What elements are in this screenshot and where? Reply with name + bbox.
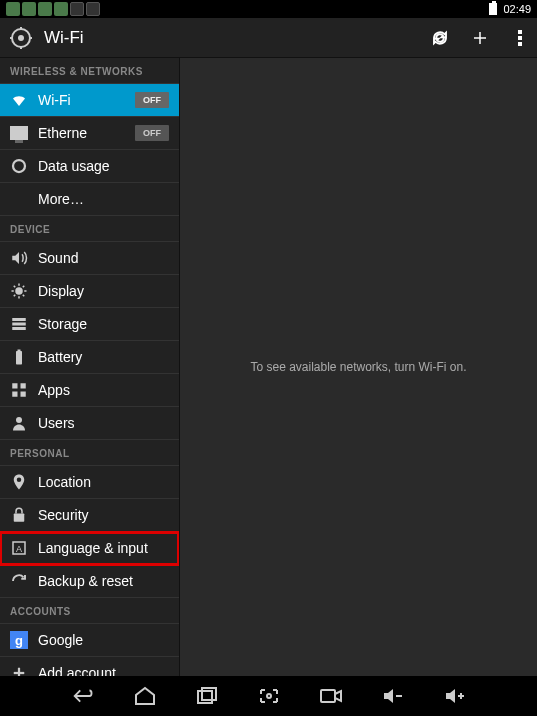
refresh-icon[interactable] — [431, 29, 449, 47]
ethernet-toggle[interactable]: OFF — [135, 125, 169, 141]
svg-rect-16 — [16, 351, 22, 365]
action-bar: Wi-Fi — [0, 18, 537, 58]
sidebar-item-label: Backup & reset — [38, 573, 169, 589]
wifi-toggle[interactable]: OFF — [135, 92, 169, 108]
sidebar-item-sound[interactable]: Sound — [0, 242, 179, 275]
svg-rect-13 — [12, 318, 26, 321]
svg-rect-20 — [12, 392, 17, 397]
notification-icon — [38, 2, 52, 16]
sidebar-item-label: Etherne — [38, 125, 129, 141]
notification-icon — [54, 2, 68, 16]
sidebar-item-label: Data usage — [38, 158, 169, 174]
notification-icon — [86, 2, 100, 16]
battery-icon — [489, 3, 497, 15]
sidebar-item-apps[interactable]: Apps — [0, 374, 179, 407]
page-title: Wi-Fi — [44, 28, 431, 48]
volume-up-button[interactable] — [443, 684, 467, 708]
svg-rect-28 — [198, 691, 212, 703]
navigation-bar — [0, 676, 537, 716]
svg-rect-31 — [321, 690, 335, 702]
svg-rect-14 — [12, 323, 26, 326]
sidebar-item-label: Display — [38, 283, 169, 299]
svg-rect-18 — [12, 383, 17, 388]
detail-pane: To see available networks, turn Wi-Fi on… — [180, 58, 537, 676]
svg-rect-15 — [12, 327, 26, 330]
sidebar-item-label: Security — [38, 507, 169, 523]
notification-icon — [6, 2, 20, 16]
section-header-personal: PERSONAL — [0, 440, 179, 466]
storage-icon — [10, 315, 28, 333]
sidebar-item-add-account[interactable]: Add account — [0, 657, 179, 676]
sidebar-item-battery[interactable]: Battery — [0, 341, 179, 374]
notification-icon — [70, 2, 84, 16]
battery-settings-icon — [10, 348, 28, 366]
volume-down-button[interactable] — [381, 684, 405, 708]
sidebar-item-wifi[interactable]: Wi-Fi OFF — [0, 84, 179, 117]
overflow-menu-icon[interactable] — [511, 29, 529, 47]
svg-rect-32 — [396, 695, 402, 697]
svg-rect-23 — [14, 514, 25, 522]
svg-rect-17 — [18, 350, 21, 352]
sidebar-item-security[interactable]: Security — [0, 499, 179, 532]
sidebar-item-label: Location — [38, 474, 169, 490]
svg-rect-34 — [460, 693, 462, 699]
sidebar-item-more[interactable]: More… — [0, 183, 179, 216]
add-icon[interactable] — [471, 29, 489, 47]
svg-rect-19 — [21, 383, 26, 388]
data-usage-icon — [10, 157, 28, 175]
users-icon — [10, 414, 28, 432]
svg-rect-21 — [21, 392, 26, 397]
svg-point-12 — [15, 287, 23, 295]
section-header-device: DEVICE — [0, 216, 179, 242]
svg-point-1 — [18, 35, 24, 41]
svg-rect-10 — [518, 42, 522, 46]
notification-icon — [22, 2, 36, 16]
sidebar-item-storage[interactable]: Storage — [0, 308, 179, 341]
sidebar-item-backup[interactable]: Backup & reset — [0, 565, 179, 598]
sidebar-item-language[interactable]: A Language & input — [0, 532, 179, 565]
sidebar-item-location[interactable]: Location — [0, 466, 179, 499]
sidebar-item-label: Add account — [38, 665, 169, 676]
back-button[interactable] — [71, 684, 95, 708]
sidebar-item-label: Apps — [38, 382, 169, 398]
svg-rect-9 — [518, 36, 522, 40]
backup-icon — [10, 572, 28, 590]
screenshot-button[interactable] — [257, 684, 281, 708]
display-icon — [10, 282, 28, 300]
add-account-icon — [10, 664, 28, 676]
svg-text:A: A — [16, 544, 22, 554]
wifi-icon — [10, 91, 28, 109]
sidebar-item-label: Battery — [38, 349, 169, 365]
sidebar-item-label: Users — [38, 415, 169, 431]
settings-icon[interactable] — [8, 25, 34, 51]
svg-rect-29 — [202, 688, 216, 700]
wifi-off-message: To see available networks, turn Wi-Fi on… — [250, 360, 466, 374]
sidebar-item-label: Storage — [38, 316, 169, 332]
status-right: 02:49 — [489, 3, 531, 15]
sidebar-item-ethernet[interactable]: Etherne OFF — [0, 117, 179, 150]
section-header-wireless: WIRELESS & NETWORKS — [0, 58, 179, 84]
svg-point-11 — [13, 160, 25, 172]
lock-icon — [10, 506, 28, 524]
google-icon: g — [10, 631, 28, 649]
recent-apps-button[interactable] — [195, 684, 219, 708]
clock: 02:49 — [503, 3, 531, 15]
apps-icon — [10, 381, 28, 399]
ethernet-icon — [10, 124, 28, 142]
settings-sidebar[interactable]: WIRELESS & NETWORKS Wi-Fi OFF Etherne OF… — [0, 58, 180, 676]
content-area: WIRELESS & NETWORKS Wi-Fi OFF Etherne OF… — [0, 58, 537, 676]
sidebar-item-label: Google — [38, 632, 169, 648]
sidebar-item-label: More… — [38, 191, 169, 207]
sidebar-item-label: Wi-Fi — [38, 92, 129, 108]
location-icon — [10, 473, 28, 491]
section-header-accounts: ACCOUNTS — [0, 598, 179, 624]
home-button[interactable] — [133, 684, 157, 708]
sidebar-item-data-usage[interactable]: Data usage — [0, 150, 179, 183]
sidebar-item-users[interactable]: Users — [0, 407, 179, 440]
sidebar-item-google[interactable]: g Google — [0, 624, 179, 657]
svg-rect-8 — [518, 30, 522, 34]
language-icon: A — [10, 539, 28, 557]
camera-button[interactable] — [319, 684, 343, 708]
sidebar-item-display[interactable]: Display — [0, 275, 179, 308]
svg-point-30 — [267, 694, 271, 698]
